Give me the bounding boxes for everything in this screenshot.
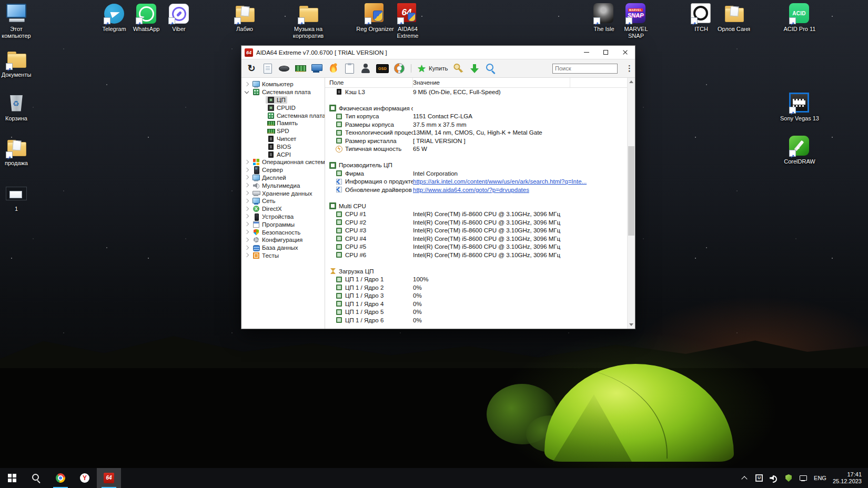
- content-row[interactable]: Физическая информация о ЦП: [325, 104, 627, 113]
- clock[interactable]: 17:41 25.12.2023: [833, 471, 862, 485]
- content-row[interactable]: CPU #1 Intel(R) Core(TM) i5-8600 CPU @ 3…: [325, 210, 627, 219]
- sensor-gauge-icon[interactable]: [393, 63, 405, 74]
- content-row[interactable]: Размеры корпуса 37.5 mm x 37.5 mm: [325, 120, 627, 129]
- sidebar-item[interactable]: Компьютер: [241, 80, 325, 88]
- scrollbar-thumb[interactable]: [628, 146, 634, 236]
- content-row[interactable]: CPU #4 Intel(R) Core(TM) i5-8600 CPU @ 3…: [325, 235, 627, 243]
- desktop-icon[interactable]: продажа: [0, 137, 36, 167]
- refresh-icon[interactable]: [246, 63, 257, 74]
- desktop-icon[interactable]: CorelDRAW: [780, 136, 820, 165]
- desktop-icon[interactable]: Sony Vegas 13: [780, 93, 820, 122]
- volume-icon[interactable]: [770, 474, 778, 482]
- sidebar-item[interactable]: Дисплей: [241, 174, 325, 182]
- sidebar-item[interactable]: ЦП: [241, 96, 325, 104]
- sidebar-item[interactable]: Устройства: [241, 213, 325, 221]
- language-indicator[interactable]: ENG: [814, 475, 826, 481]
- content-row[interactable]: ЦП 1 / Ядро 1 100%: [325, 276, 627, 284]
- start-button[interactable]: [0, 468, 24, 488]
- content-row[interactable]: Тип корпуса 1151 Contact FC-LGA: [325, 113, 627, 121]
- chevron-icon[interactable]: [245, 222, 249, 227]
- sidebar-item[interactable]: Хранение данных: [241, 189, 325, 197]
- content-row[interactable]: Фирма Intel Corporation: [325, 169, 627, 178]
- content-row[interactable]: CPU #3 Intel(R) Core(TM) i5-8600 CPU @ 3…: [325, 227, 627, 235]
- chevron-icon[interactable]: [245, 214, 249, 219]
- network-icon[interactable]: [799, 474, 808, 482]
- sidebar-item[interactable]: Тесты: [241, 252, 325, 260]
- sidebar-item[interactable]: Системная плата: [241, 111, 325, 119]
- desktop-icon[interactable]: Лабио: [225, 3, 265, 33]
- content-row[interactable]: Информация о продукте https://ark.intel.…: [325, 178, 627, 186]
- content-row[interactable]: ЦП 1 / Ядро 5 0%: [325, 308, 627, 317]
- close-button[interactable]: [615, 46, 635, 59]
- antivirus-shield-icon[interactable]: [784, 474, 793, 482]
- content-row[interactable]: Кэш L3 9 МБ (On-Die, ECC, Full-Speed): [325, 88, 627, 96]
- minimize-button[interactable]: [577, 46, 596, 59]
- desktop-icon[interactable]: Viber: [159, 3, 199, 33]
- sidebar-item[interactable]: Операционная система: [241, 158, 325, 166]
- chevron-icon[interactable]: [245, 175, 249, 180]
- sidebar-item[interactable]: Конфигурация: [241, 236, 325, 244]
- desktop-icon[interactable]: Орлов Саня: [714, 3, 754, 33]
- chevron-icon[interactable]: [245, 183, 249, 188]
- maximize-button[interactable]: [596, 46, 615, 59]
- title-bar[interactable]: 64 AIDA64 Extreme v7.00.6700 [ TRIAL VER…: [241, 46, 635, 59]
- sidebar-item[interactable]: CPUID: [241, 104, 325, 111]
- desktop-icon[interactable]: AIDA64 Extreme: [388, 3, 428, 39]
- field-column-header[interactable]: Поле: [325, 78, 413, 87]
- sidebar-item[interactable]: BIOS: [241, 143, 325, 150]
- chevron-icon[interactable]: [245, 230, 249, 235]
- content-row[interactable]: CPU #6 Intel(R) Core(TM) i5-8600 CPU @ 3…: [325, 251, 627, 259]
- yandex-browser-taskbar-icon[interactable]: [73, 468, 97, 488]
- desktop-icon[interactable]: Этот компьютер: [0, 3, 36, 39]
- sidebar-item[interactable]: SPD: [241, 127, 325, 135]
- content-row[interactable]: ЦП 1 / Ядро 3 0%: [325, 292, 627, 300]
- content-row[interactable]: [325, 259, 627, 268]
- taskbar-search-button[interactable]: [24, 468, 48, 488]
- desktop-icon[interactable]: Документы: [0, 49, 36, 78]
- chevron-icon[interactable]: [245, 246, 249, 250]
- user-icon[interactable]: [360, 63, 371, 74]
- osd-icon[interactable]: OSD: [376, 64, 389, 73]
- chevron-icon[interactable]: [245, 199, 249, 204]
- desktop-icon[interactable]: ACID Pro 11: [780, 3, 820, 33]
- chevron-icon[interactable]: [245, 191, 249, 196]
- chevron-icon[interactable]: [245, 82, 249, 87]
- memory-tool-icon[interactable]: [295, 63, 306, 74]
- sidebar-item[interactable]: Память: [241, 119, 325, 127]
- sidebar-item[interactable]: База данных: [241, 244, 325, 252]
- desktop-icon[interactable]: Музыка на корпоратив: [288, 3, 328, 39]
- benchmark-icon[interactable]: [344, 63, 355, 74]
- aida64-taskbar-icon[interactable]: [97, 468, 121, 488]
- download-update-icon[interactable]: [469, 63, 480, 74]
- buy-button[interactable]: ★ Купить: [417, 64, 448, 74]
- content-row[interactable]: CPU #5 Intel(R) Core(TM) i5-8600 CPU @ 3…: [325, 243, 627, 251]
- desktop-icon[interactable]: MARVEL SNAP: [616, 3, 656, 39]
- cpu-tool-icon[interactable]: [278, 63, 290, 74]
- stability-test-icon[interactable]: [327, 63, 339, 74]
- content-row[interactable]: Размер кристалла [ TRIAL VERSION ]: [325, 137, 627, 145]
- content-row[interactable]: [325, 194, 627, 202]
- chevron-up-icon[interactable]: [740, 474, 749, 482]
- sidebar-item[interactable]: ACPI: [241, 150, 325, 158]
- content-row[interactable]: Технологический процесс 13MiM, 14 nm, CM…: [325, 129, 627, 137]
- sidebar-item[interactable]: Сеть: [241, 197, 325, 205]
- chevron-icon[interactable]: [245, 207, 249, 211]
- chevron-icon[interactable]: [245, 238, 249, 242]
- value-column-header[interactable]: Значение: [413, 78, 570, 87]
- sidebar-item[interactable]: Программы: [241, 220, 325, 228]
- sidebar-item[interactable]: DirectX: [241, 205, 325, 213]
- license-key-icon[interactable]: [450, 60, 467, 77]
- scroll-up-icon[interactable]: [628, 78, 635, 86]
- sidebar-item[interactable]: Мультимедиа: [241, 181, 325, 189]
- utorrent-icon[interactable]: [755, 474, 763, 482]
- content-row[interactable]: Производитель ЦП: [325, 161, 627, 170]
- content-row[interactable]: CPU #2 Intel(R) Core(TM) i5-8600 CPU @ 3…: [325, 218, 627, 227]
- chevron-icon[interactable]: [245, 160, 249, 165]
- content-row[interactable]: Multi CPU: [325, 202, 627, 210]
- search-input[interactable]: [552, 64, 618, 74]
- gpu-tool-icon[interactable]: [311, 63, 322, 74]
- content-row[interactable]: Типичная мощность 65 W: [325, 145, 627, 154]
- sidebar-item[interactable]: Сервер: [241, 166, 325, 174]
- sidebar-item[interactable]: Чипсет: [241, 135, 325, 143]
- desktop-icon[interactable]: Корзина: [0, 93, 36, 122]
